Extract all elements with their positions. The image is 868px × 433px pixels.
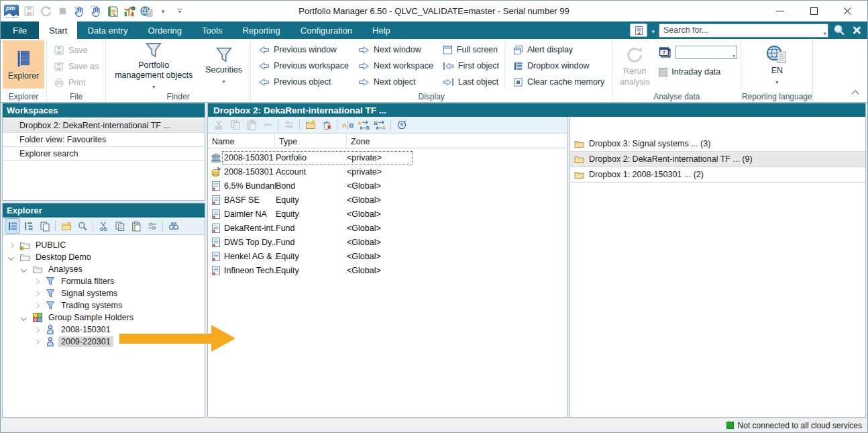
tree-item-signal-systems[interactable]: Signal systems (3, 287, 205, 299)
portfolio-management-objects-button[interactable]: Portfolio management objects (108, 40, 199, 91)
full-screen-button[interactable]: Full screen (439, 42, 503, 58)
tree-item-public[interactable]: PUBLIC (3, 239, 205, 251)
tree-item-desktop-demo[interactable]: Desktop Demo (3, 251, 205, 263)
tree-view-button[interactable] (5, 219, 19, 233)
paste-button[interactable] (244, 118, 258, 132)
table-row-henkel-ag[interactable]: Henkel AG & ...Equity<Global> (208, 249, 567, 263)
expand-chevron-icon[interactable] (34, 279, 40, 285)
remove-button[interactable] (260, 118, 274, 132)
analysis-chart-icon[interactable] (123, 5, 136, 18)
save-icon[interactable] (22, 5, 36, 18)
merge-jug-button[interactable] (394, 118, 409, 132)
expand-chevron-icon[interactable] (8, 242, 14, 248)
table-row-basf-se[interactable]: BASF SEEquity<Global> (208, 193, 567, 207)
qat-dropdown-icon[interactable] (156, 5, 170, 18)
copy-a-to-b-button[interactable]: AB (357, 118, 371, 132)
tree-item-group-sample-holders[interactable]: Group Sample Holders (3, 311, 205, 324)
collapse-chevron-icon[interactable] (21, 315, 27, 321)
table-row-2008-150301[interactable]: 2008-150301Portfolio<private> (208, 150, 567, 164)
alert-display-button[interactable]: Alert display (504, 42, 608, 58)
copy-button[interactable] (228, 118, 242, 132)
expand-chevron-icon[interactable] (34, 291, 40, 297)
copy-button[interactable] (113, 219, 127, 233)
app-logo-icon[interactable]: pm (4, 5, 19, 18)
date-dropdown-icon[interactable] (733, 48, 735, 60)
rerun-analysis-button[interactable]: Rerun analysis (616, 42, 653, 90)
copy-b-to-a-button[interactable]: BA (373, 118, 387, 132)
expand-chevron-icon[interactable] (34, 303, 40, 309)
tab-tools[interactable]: Tools (192, 21, 232, 39)
intraday-checkbox[interactable] (659, 68, 667, 77)
dropbox-item-dropbox-2-dekarent-international-tf-9[interactable]: Dropbox 2: DekaRent-international TF ...… (570, 152, 865, 167)
paste-button[interactable] (129, 219, 143, 233)
expand-chevron-icon[interactable] (34, 339, 40, 345)
analysis-book-icon[interactable] (106, 5, 119, 18)
collapse-chevron-icon[interactable] (8, 254, 14, 260)
reporting-language-button[interactable]: EN (743, 40, 810, 90)
tab-ordering[interactable]: Ordering (138, 21, 192, 39)
click-select-multi-icon[interactable] (89, 5, 103, 18)
next-window-button[interactable]: Next window (354, 42, 437, 58)
tree-item-trading-systems[interactable]: Trading systems (3, 299, 205, 311)
dropbox-item-dropbox-3-signal-systems-3[interactable]: Dropbox 3: Signal systems ... (3) (570, 136, 865, 152)
workspace-item-explorer-search[interactable]: Explorer search (3, 147, 205, 161)
column-header-type[interactable]: Type (275, 135, 347, 148)
collapse-chevron-icon[interactable] (21, 267, 27, 273)
column-header-zone[interactable]: Zone (347, 135, 567, 148)
tab-start[interactable]: Start (39, 21, 77, 39)
delete-button[interactable] (319, 118, 333, 132)
tree-item-analyses[interactable]: Analyses (3, 263, 205, 275)
print-button[interactable]: Print (49, 75, 103, 90)
table-row-dws-top-dy[interactable]: DWS Top Dy...Fund<Global> (208, 235, 567, 249)
save-as-button[interactable]: Save as (49, 58, 103, 74)
compare-ab-button[interactable]: AB (341, 118, 355, 132)
last-object-button[interactable]: Last object (439, 74, 503, 90)
report-doc-icon[interactable] (630, 23, 647, 37)
binoculars-button[interactable] (166, 219, 180, 233)
table-row-infineon-tech[interactable]: Infineon Tech...Equity<Global> (208, 263, 567, 277)
calendar-icon[interactable]: 7 (659, 46, 671, 59)
report-dropdown-icon[interactable] (651, 24, 655, 36)
dropbox-window-button[interactable]: Dropbox window (504, 58, 608, 74)
qat-customize-icon[interactable] (173, 5, 186, 18)
next-workspace-button[interactable]: Next workspace (354, 58, 437, 74)
next-object-button[interactable]: Next object (354, 74, 437, 90)
previous-object-button[interactable]: Previous object (254, 74, 353, 90)
tree-item-2008-150301[interactable]: 2008-150301 (3, 324, 205, 336)
stop-icon[interactable] (56, 5, 69, 18)
tab-data-entry[interactable]: Data entry (77, 21, 138, 39)
search-button[interactable] (75, 219, 89, 233)
column-header-name[interactable]: Name (208, 135, 275, 148)
redo-icon[interactable] (39, 5, 52, 18)
sliders-button[interactable] (145, 219, 159, 233)
tab-reporting[interactable]: Reporting (232, 21, 290, 39)
tree-item-2009-220301[interactable]: 2009-220301 (3, 336, 205, 348)
cut-button[interactable] (212, 118, 226, 132)
table-row-2008-150301[interactable]: 2008-150301Account<private> (208, 164, 567, 179)
first-object-button[interactable]: First object (439, 58, 503, 74)
workspace-item-folder-view-favourites[interactable]: Folder view: Favourites (3, 133, 205, 147)
click-select-icon[interactable] (72, 5, 86, 18)
workspace-item-dropbox-2-dekarent-international-tf[interactable]: Dropbox 2: DekaRent-international TF ... (3, 119, 205, 133)
securities-button[interactable]: Securities (199, 40, 248, 91)
expand-chevron-icon[interactable] (34, 327, 40, 333)
tab-configuration[interactable]: Configuration (290, 21, 362, 39)
sliders-button[interactable] (282, 118, 296, 132)
dropbox-item-dropbox-1-2008-150301-2[interactable]: Dropbox 1: 2008-150301 ... (2) (570, 167, 865, 183)
table-row-6-5-bundanl[interactable]: 6,5% Bundanl...Bond<Global> (208, 179, 567, 193)
tree-item-formula-filters[interactable]: Formula filters (3, 275, 205, 287)
new-folder-button[interactable] (303, 118, 317, 132)
tab-help[interactable]: Help (362, 21, 400, 39)
save-button[interactable]: Save (49, 42, 103, 58)
minimize-button[interactable] (772, 5, 788, 18)
previous-window-button[interactable]: Previous window (254, 42, 353, 58)
close-button[interactable] (839, 5, 855, 18)
search-dropdown-icon[interactable] (823, 26, 826, 38)
table-row-daimler-na[interactable]: Daimler NAEquity<Global> (208, 207, 567, 221)
org-view-button[interactable] (21, 219, 36, 233)
cut-button[interactable] (97, 219, 111, 233)
search-input[interactable] (659, 23, 828, 38)
search-magnifier-icon[interactable] (832, 23, 846, 37)
globe-report-icon[interactable] (140, 5, 153, 18)
tab-file[interactable]: File (1, 21, 39, 39)
